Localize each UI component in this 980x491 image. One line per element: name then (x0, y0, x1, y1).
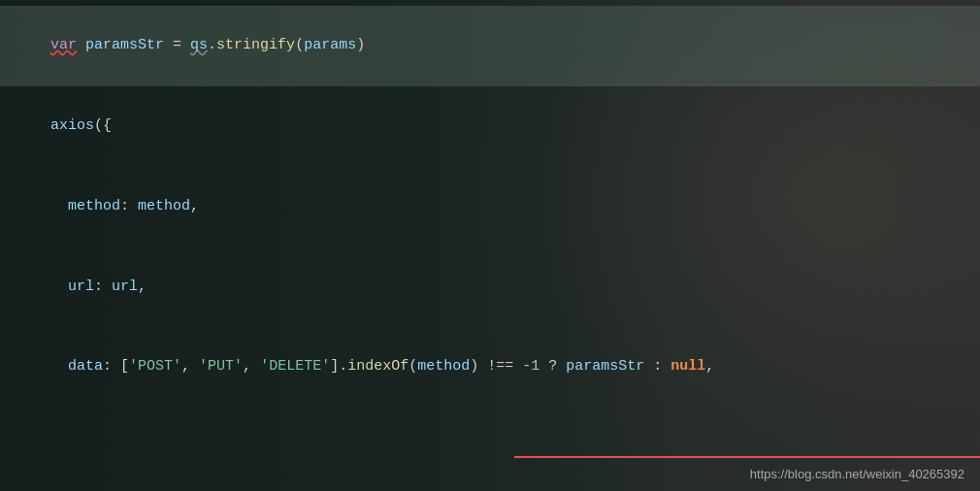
ident-paramsstr: paramsStr (85, 37, 164, 53)
code-line-4: url: url, (0, 246, 980, 327)
keyword-var: var (50, 37, 77, 53)
prop-data: data (68, 358, 103, 375)
code-block: var paramsStr = qs.stringify(params) axi… (0, 0, 980, 491)
red-underline-data (514, 456, 980, 458)
method-stringify: stringify (216, 37, 295, 53)
val-url: url (112, 278, 138, 295)
num-neg1: -1 (522, 358, 539, 375)
str-put: 'PUT' (199, 358, 243, 375)
code-line-2: axios({ (0, 86, 980, 167)
keyword-null1: null (670, 358, 705, 375)
str-post: 'POST' (129, 358, 181, 375)
prop-url: url (68, 278, 94, 295)
code-line-1: var paramsStr = qs.stringify(params) (0, 6, 980, 86)
val-paramsstr2: paramsStr (566, 358, 644, 375)
watermark-url: https://blog.csdn.net/weixin_40265392 (750, 467, 964, 481)
ident-params: params (304, 37, 356, 53)
val-method: method (138, 198, 190, 214)
code-line-5: data: ['POST', 'PUT', 'DELETE'].indexOf(… (0, 327, 980, 458)
str-delete: 'DELETE' (260, 358, 330, 375)
ident-axios: axios (50, 117, 94, 134)
val-method2: method (417, 358, 470, 375)
code-line-3: method: method, (0, 167, 980, 247)
ident-qs: qs (190, 37, 208, 53)
prop-method: method (68, 198, 120, 214)
method-indexof: indexOf (347, 358, 408, 375)
